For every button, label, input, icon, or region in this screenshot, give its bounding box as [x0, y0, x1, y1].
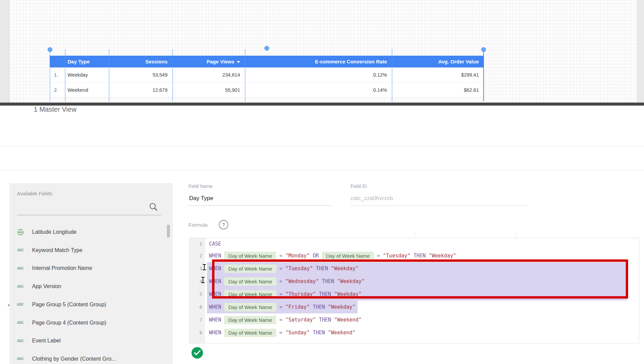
code-token: "Weekday"	[429, 253, 456, 259]
field-item-label: Keyword Match Type	[32, 247, 82, 253]
code-token: CASE	[209, 241, 221, 247]
sidebar-scrollbar[interactable]	[167, 225, 170, 237]
formula-label: Formula	[188, 222, 208, 228]
table-header-cell: Page Views	[172, 56, 245, 67]
formula-code-editor[interactable]: 1CASE2WHENDay of Week Name="Monday"ORDay…	[189, 238, 639, 343]
table-row: 2.Weekend12,67955,9010.14%$62.61	[50, 83, 484, 98]
field-chip[interactable]: Day of Week Name	[224, 290, 276, 299]
field-chip[interactable]: Day of Week Name	[224, 264, 276, 273]
code-token: "Weekday"	[334, 291, 361, 297]
code-token: THEN	[322, 278, 334, 284]
code-token: "Weekend"	[328, 330, 355, 336]
report-canvas: Day TypeSessionsPage ViewsE-commerce Con…	[0, 0, 644, 103]
panel-divider-strip	[0, 103, 644, 106]
field-list-item[interactable]: Latitude Longitude	[9, 228, 173, 236]
text-cursor-icon	[203, 264, 206, 270]
globe-icon	[17, 228, 27, 236]
code-token: "Saturday"	[285, 317, 316, 323]
code-token: WHEN	[209, 278, 221, 284]
table-column-guide	[50, 49, 50, 101]
field-chip[interactable]: Day of Week Name	[224, 277, 276, 286]
field-item-label: Page Group 4 (Content Group)	[32, 320, 106, 326]
text-field-abc-icon: ABC	[17, 248, 27, 252]
table-cell: 0.14%	[245, 83, 392, 97]
available-fields-title: Available Fields	[17, 191, 52, 196]
field-list-item[interactable]: ABCPage Group 4 (Content Group)	[9, 318, 173, 327]
code-line[interactable]: WHENDay of Week Name="Thursday"THEN"Week…	[207, 288, 627, 301]
code-token: =	[377, 253, 380, 259]
sort-arrow-icon	[237, 61, 240, 63]
text-field-abc-icon: ABC	[17, 339, 27, 343]
code-token: =	[279, 278, 282, 284]
field-name-underline	[188, 205, 331, 206]
all-fields-bar: ← ALL FIELDS	[0, 146, 644, 170]
field-chip[interactable]: Day of Week Name	[224, 303, 276, 311]
table-column-guide	[109, 49, 109, 101]
code-token: "Wednesday"	[285, 278, 319, 284]
code-line[interactable]: WHENDay of Week Name="Saturday"THEN"Week…	[207, 313, 364, 326]
selection-handle-top-center[interactable]	[264, 46, 269, 51]
code-token: "Sunday"	[285, 330, 310, 336]
field-list-item[interactable]: ABCPage Group 5 (Content Group)	[9, 300, 173, 309]
code-token: "Weekday"	[328, 304, 355, 310]
code-token: =	[279, 304, 282, 310]
data-table[interactable]: Day TypeSessionsPage ViewsE-commerce Con…	[50, 56, 484, 98]
field-list-item[interactable]: ABCEvent Label	[9, 336, 173, 345]
table-cell: $62.61	[392, 83, 484, 97]
search-icon[interactable]	[149, 202, 158, 212]
line-number: 3	[189, 262, 202, 275]
field-chip[interactable]: Day of Week Name	[224, 252, 276, 260]
help-icon[interactable]: ?	[219, 220, 228, 229]
code-token: WHEN	[209, 265, 221, 272]
code-token: WHEN	[209, 304, 221, 310]
formula-valid-check-button[interactable]	[191, 347, 203, 359]
code-token: =	[279, 291, 282, 297]
table-cell: 55,901	[172, 83, 245, 97]
code-token: "Tuesday"	[285, 265, 313, 272]
field-item-label: Latitude Longitude	[32, 229, 77, 235]
code-line[interactable]: WHENDay of Week Name="Friday"THEN"Weekda…	[207, 301, 358, 313]
field-search-input[interactable]	[17, 215, 161, 215]
selection-handle-top-right[interactable]	[481, 47, 486, 52]
datasource-header-bar: ← 1 Master View Data credentials:OwnerDa…	[0, 106, 644, 146]
field-list-item[interactable]: ABCClothing by Gender (Content Gro...	[9, 355, 173, 363]
text-field-abc-icon: ABC	[17, 321, 27, 325]
code-token: "Weekday"	[331, 265, 358, 272]
field-chip[interactable]: Day of Week Name	[224, 329, 276, 337]
text-field-abc-icon: ABC	[17, 285, 27, 288]
table-cell: 2.	[50, 83, 65, 97]
table-cell: 53,549	[109, 67, 172, 82]
line-number: 5	[189, 288, 202, 301]
table-header-cell: Sessions	[109, 56, 172, 67]
field-chip[interactable]: Day of Week Name	[224, 316, 276, 324]
code-token: "Weekday"	[337, 278, 364, 284]
table-header-cell	[50, 56, 65, 67]
code-token: THEN	[319, 291, 331, 297]
field-name-input[interactable]: Day Type	[189, 195, 213, 202]
table-header-row: Day TypeSessionsPage ViewsE-commerce Con…	[50, 56, 484, 67]
code-line[interactable]: WHENDay of Week Name="Sunday"THEN"Weeken…	[207, 326, 358, 339]
code-line[interactable]: WHENDay of Week Name="Wednesday"THEN"Wee…	[207, 275, 627, 288]
code-token: "Monday"	[285, 253, 310, 259]
table-header-cell: E-commerce Conversion Rate	[245, 56, 392, 67]
code-token: WHEN	[209, 253, 221, 259]
code-token: THEN	[319, 317, 331, 323]
field-list-item[interactable]: ABCKeyword Match Type	[9, 246, 173, 255]
line-number: 6	[189, 301, 202, 313]
code-token: END	[209, 342, 218, 343]
code-line[interactable]: END	[207, 339, 220, 343]
code-line[interactable]: WHENDay of Week Name="Monday"ORDay of We…	[207, 249, 458, 262]
canvas-left-margin	[0, 0, 9, 103]
code-token: WHEN	[209, 330, 221, 336]
line-number: 8	[189, 326, 202, 339]
selection-handle-top-left[interactable]	[48, 47, 52, 52]
line-number: 2	[189, 249, 202, 262]
field-list-item[interactable]: ABCInternal Promotion Name	[9, 264, 173, 273]
code-line[interactable]: CASE	[207, 239, 223, 249]
field-chip[interactable]: Day of Week Name	[322, 252, 374, 260]
code-token: =	[279, 253, 282, 259]
field-list-item[interactable]: ABCApp Version	[9, 282, 173, 291]
field-name-label: Field Name	[188, 184, 213, 189]
code-line[interactable]: WHENDay of Week Name="Tuesday"THEN"Weekd…	[207, 262, 627, 275]
table-column-guide	[65, 49, 66, 101]
